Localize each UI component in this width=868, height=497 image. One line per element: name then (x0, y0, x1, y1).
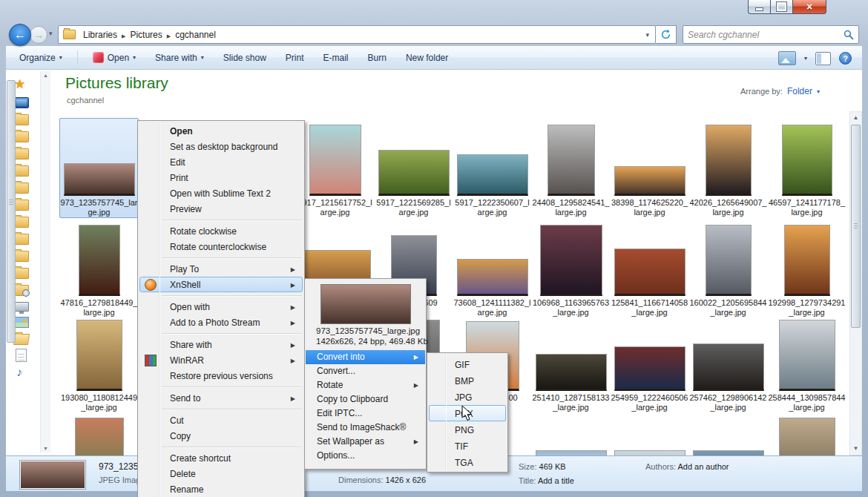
context-menu-item-print[interactable]: Print (139, 170, 303, 185)
grid-item-192998-1279734291-large-jpg[interactable]: 192998_1279734291_large.jpg (767, 218, 846, 318)
convert-format-jpg[interactable]: JPG (429, 389, 506, 405)
star-icon[interactable] (14, 78, 27, 91)
grid-item-251410-1287158133-large-jpg[interactable]: 251410_1287158133_large.jpg (531, 313, 611, 413)
context-menu-item-play-to[interactable]: Play To▶ (139, 261, 303, 277)
folder-icon[interactable] (14, 165, 29, 177)
folder-icon[interactable] (14, 200, 29, 211)
xnshell-menu-item-edit-iptc[interactable]: Edit IPTC... (306, 407, 425, 421)
grid-item-5917-1215617752-large-jpg[interactable]: 5917_1215617752_large.jpg (295, 118, 375, 218)
context-menu-item-preview[interactable]: Preview (139, 201, 303, 217)
scroll-down-icon[interactable]: ▼ (41, 446, 50, 451)
xnshell-menu-item-convert-into[interactable]: Convert into▶ (306, 350, 425, 364)
toolbar-open[interactable]: Open▾ (93, 52, 136, 63)
context-menu-item-edit[interactable]: Edit (139, 154, 303, 170)
computer-icon[interactable] (14, 302, 29, 312)
folder-icon[interactable] (14, 234, 29, 245)
grid-item-42026-1265649007-large-jpg[interactable]: 42026_1265649007_large.jpg (688, 118, 768, 218)
xnshell-menu-item-rotate[interactable]: Rotate▶ (306, 378, 425, 392)
arrange-by-value[interactable]: Folder (787, 86, 812, 96)
xnshell-menu-item-send-to-imageshack[interactable]: Send to ImageShack® (306, 421, 425, 435)
desktop-icon[interactable] (14, 97, 29, 108)
xnshell-menu-item-options[interactable]: Options... (306, 449, 425, 463)
context-menu-item-delete[interactable]: Delete (139, 466, 303, 481)
scroll-up-icon[interactable]: ▲ (41, 73, 50, 78)
grid-item-5917-1221569285-large-jpg[interactable]: 5917_1221569285_large.jpg (374, 118, 453, 218)
grid-item-73608-1241111382-large-jpg[interactable]: 73608_1241111382_large.jpg (453, 218, 532, 318)
context-menu-item-xnshell[interactable]: XnShell▶ (139, 277, 303, 292)
folder-icon[interactable] (14, 148, 29, 159)
grid-item-160022-1205695844-large-jpg[interactable]: 160022_1205695844_large.jpg (688, 218, 768, 318)
folder-icon[interactable] (14, 114, 29, 125)
convert-format-gif[interactable]: GIF (429, 356, 506, 372)
context-menu-item-rotate-clockwise[interactable]: Rotate clockwise (139, 223, 303, 239)
scroll-down-icon[interactable]: ▼ (850, 443, 861, 455)
arrange-by-dropdown-icon[interactable]: ▾ (817, 88, 820, 95)
folder-icon[interactable] (14, 131, 29, 142)
views-icon[interactable] (778, 51, 796, 65)
sidebar-scrollbar-thumb[interactable] (7, 80, 16, 343)
convert-format-png[interactable]: PNG (429, 421, 506, 438)
convert-format-tga[interactable]: TGA (429, 454, 506, 470)
toolbar-burn[interactable]: Burn (368, 53, 387, 63)
context-menu-item-open-with-sublime-text-2[interactable]: Open with Sublime Text 2 (139, 185, 303, 201)
grid-item-24408-1295824541-large-jpg[interactable]: 24408_1295824541_large.jpg (531, 118, 611, 218)
document-icon[interactable] (16, 349, 27, 362)
grid-item-46597-1241177178-large-jpg[interactable]: 46597_1241177178_large.jpg (767, 118, 846, 218)
context-menu-item-share-with[interactable]: Share with▶ (139, 337, 303, 352)
toolbar-slide-show[interactable]: Slide show (223, 53, 266, 63)
sidebar-scrollbar[interactable]: ▲ ▼ (40, 71, 50, 452)
grid-item-38398-1174625220-large-jpg[interactable]: 38398_1174625220_large.jpg (610, 118, 689, 218)
vertical-scrollbar[interactable]: ▲ ▼ (849, 111, 862, 455)
convert-format-tif[interactable]: TIF (429, 438, 506, 454)
toolbar-organize[interactable]: Organize▾ (19, 53, 62, 63)
context-menu-item-cut[interactable]: Cut (139, 412, 303, 428)
grid-item-5917-1222350607-large-jpg[interactable]: 5917_1222350607_large.jpg (453, 118, 532, 218)
xnshell-menu-item-convert[interactable]: Convert... (306, 364, 425, 378)
context-menu-item-copy[interactable]: Copy (139, 428, 303, 444)
forward-button[interactable]: → (30, 26, 47, 44)
scrollbar-thumb[interactable] (851, 125, 861, 328)
scroll-up-icon[interactable]: ▲ (850, 112, 861, 124)
context-menu-item-open[interactable]: Open (139, 123, 303, 139)
folder-icon[interactable] (14, 217, 29, 228)
close-button[interactable]: × (792, 0, 826, 14)
context-menu-item-create-shortcut[interactable]: Create shortcut (139, 450, 303, 466)
preview-pane-icon[interactable] (815, 52, 831, 65)
context-menu-item-rotate-counterclockwise[interactable]: Rotate counterclockwise (139, 239, 303, 254)
context-menu-item-restore-previous-versions[interactable]: Restore previous versions (139, 368, 303, 384)
toolbar-e-mail[interactable]: E-mail (323, 53, 349, 63)
toolbar-share-with[interactable]: Share with▾ (155, 53, 204, 63)
context-menu-item-winrar[interactable]: WinRAR▶ (139, 352, 303, 368)
convert-format-bmp[interactable]: BMP (429, 372, 506, 389)
folder-icon[interactable] (14, 251, 29, 262)
help-icon[interactable]: ? (839, 52, 852, 65)
folder-icon[interactable] (14, 182, 29, 194)
grid-item-47816-1279818449-large-jpg[interactable]: 47816_1279818449_large.jpg (59, 218, 139, 318)
image-icon[interactable] (14, 317, 29, 328)
views-dropdown-icon[interactable]: ▾ (804, 55, 807, 62)
back-button[interactable]: ← (9, 24, 31, 46)
toolbar-print[interactable]: Print (286, 53, 304, 63)
context-menu-item-add-to-a-photo-stream[interactable]: Add to a Photo Stream▶ (139, 315, 303, 330)
grid-item-257462-1298906142-large-jpg[interactable]: 257462_1298906142_large.jpg (688, 313, 768, 413)
context-menu-item-set-as-desktop-background[interactable]: Set as desktop background (139, 139, 303, 154)
grid-item-193080-1180812449-large-jpg[interactable]: 193080_1180812449_large.jpg (59, 313, 139, 413)
grid-item-125841-1166714058-large-jpg[interactable]: 125841_1166714058_large.jpg (610, 218, 689, 318)
grid-item-106968-1163965763-large-jpg[interactable]: 106968_1163965763_large.jpg (531, 218, 611, 318)
context-menu-item-send-to[interactable]: Send to▶ (139, 390, 303, 406)
maximize-button[interactable] (770, 0, 792, 14)
submenu-arrow-icon: ▶ (291, 277, 295, 293)
folder-icon[interactable] (14, 268, 29, 279)
recent-icon[interactable] (14, 285, 29, 296)
xnshell-menu-item-set-wallpaper-as[interactable]: Set Wallpaper as▶ (306, 435, 425, 449)
context-menu-item-rename[interactable]: Rename (139, 481, 303, 497)
minimize-button[interactable] (748, 0, 770, 14)
folder-open-icon[interactable] (13, 334, 30, 345)
context-menu-item-open-with[interactable]: Open with▶ (139, 299, 303, 315)
grid-item-258444-1309857844-large-jpg[interactable]: 258444_1309857844_large.jpg (767, 313, 846, 413)
music-icon[interactable] (14, 366, 27, 379)
xnshell-menu-item-copy-to-clipboard[interactable]: Copy to Clipboard (306, 392, 425, 407)
grid-item-254959-1222460506-large-jpg[interactable]: 254959_1222460506_large.jpg (610, 313, 689, 413)
grid-item-973-1235757745-large-jpg[interactable]: 973_1235757745_large.jpg (59, 118, 139, 218)
toolbar-new-folder[interactable]: New folder (406, 53, 448, 63)
